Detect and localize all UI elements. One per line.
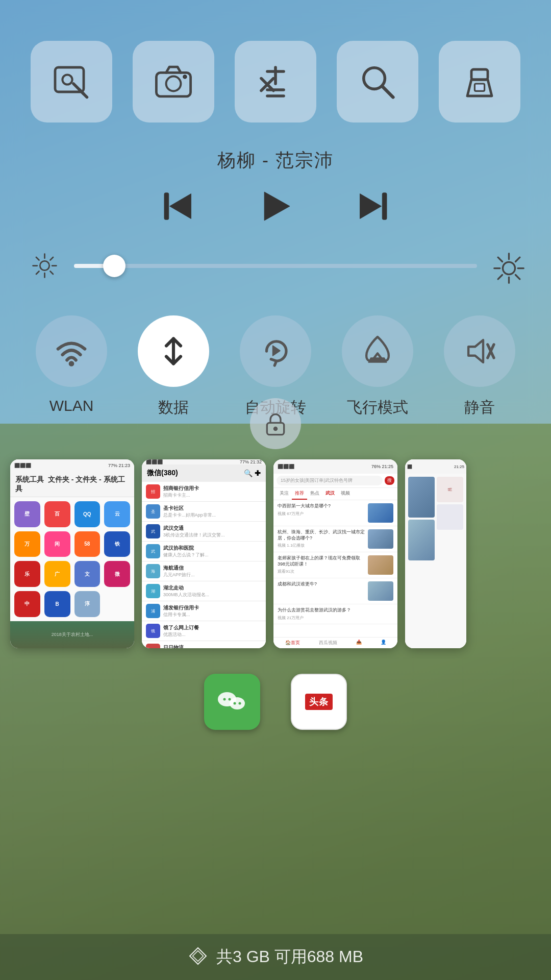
grid-icon-14: B (44, 591, 70, 617)
lock-icon (263, 411, 288, 436)
svg-point-22 (40, 261, 49, 270)
wechat-item-9: 日 日日物流 物流配送... (142, 641, 266, 648)
wechat-item-6: 湖 湖北走动 300MB人次活动报名... (142, 581, 266, 601)
screenshot-button[interactable] (31, 41, 112, 122)
system-tools-card[interactable]: ⬛⬛⬛ 77% 21:23 系统工具 文件夹 - 文件夹 - 系统工具 壁 百 … (10, 459, 134, 648)
play-button[interactable] (258, 188, 293, 226)
music-player: 杨柳 - 范宗沛 (0, 133, 551, 231)
brightness-row (0, 231, 551, 300)
memory-bar: 共3 GB 可用688 MB (0, 934, 551, 980)
wechat-item-4: 武 武汉协和医院 健康人怎么说？了解... (142, 542, 266, 561)
search-button[interactable] (337, 41, 418, 122)
mock-statusbar-3: ⬛⬛⬛ 76% 21:25 (273, 459, 397, 474)
wlan-toggle[interactable]: WLAN (36, 315, 107, 414)
grid-icon-1: 壁 (14, 501, 40, 527)
flight-circle (342, 315, 413, 387)
grid-icon-6: 闲 (44, 531, 70, 557)
partial-preview: ⬛21:25 tE (405, 459, 466, 648)
wechat-preview: ⬛⬛⬛ 77% 21:32 微信(380) 🔍 ✚ 招 招商银行信用卡 招商卡卡… (142, 459, 266, 648)
control-panel: 杨柳 - 范宗沛 (0, 0, 551, 424)
svg-point-40 (69, 361, 74, 366)
flashlight-icon (459, 61, 500, 102)
grid-icon-15: 淳 (74, 591, 101, 617)
news-mock: ⬛⬛⬛ 76% 21:25 15岁的女孩|美国订单|武汉特色号牌 搜 关注 推荐… (273, 459, 397, 648)
flight-label: 飞行模式 (347, 397, 408, 418)
svg-line-39 (498, 275, 502, 279)
app-icons-row: 头条 (0, 658, 551, 745)
svg-point-49 (223, 698, 226, 701)
data-toggle[interactable]: 数据 (138, 315, 209, 418)
wechat-icon-large[interactable] (204, 674, 260, 730)
brightness-high-icon (492, 252, 520, 280)
data-label: 数据 (158, 397, 189, 418)
wechat-item-5: 海 海航通信 几元APP旅行... (142, 561, 266, 581)
grid-icon-2: 百 (44, 501, 70, 527)
svg-rect-17 (164, 193, 169, 220)
svg-line-28 (51, 272, 54, 275)
grid-icon-13: 中 (14, 591, 40, 617)
memory-text: 共3 GB 可用688 MB (216, 946, 363, 968)
svg-rect-15 (471, 69, 488, 80)
news-card[interactable]: ⬛⬛⬛ 76% 21:25 15岁的女孩|美国订单|武汉特色号牌 搜 关注 推荐… (273, 459, 397, 648)
news-preview: ⬛⬛⬛ 76% 21:25 15岁的女孩|美国订单|武汉特色号牌 搜 关注 推荐… (273, 459, 397, 648)
svg-marker-20 (360, 194, 382, 219)
grid-icon-12: 微 (104, 561, 130, 587)
next-button[interactable] (355, 188, 390, 226)
news-searchbar: 15岁的女孩|美国订单|武汉特色号牌 搜 (273, 474, 397, 488)
svg-point-6 (183, 75, 186, 78)
svg-point-2 (62, 75, 72, 84)
toutiao-icon-large[interactable]: 头条 (291, 674, 347, 730)
svg-rect-16 (474, 84, 484, 91)
wechat-item-3: 武 武汉交通 3机传达交通法律！武汉交警... (142, 522, 266, 542)
svg-line-38 (516, 257, 520, 261)
mute-toggle[interactable]: 静音 (444, 315, 515, 418)
lock-button[interactable] (250, 398, 301, 449)
news-thumb-2 (368, 529, 393, 549)
svg-line-29 (51, 257, 54, 260)
mute-label: 静音 (464, 397, 495, 418)
svg-point-50 (229, 698, 231, 701)
news-item-3: 老师家孩子都在上的课？现在可免费领取398元试听课！ 观看91次 (273, 552, 397, 578)
brightness-thumb[interactable] (103, 255, 126, 277)
wechat-item-8: 饿 饿了么网上订餐 优惠活动... (142, 621, 266, 641)
search-icon (357, 61, 398, 102)
news-thumb-3 (368, 555, 393, 575)
task-switcher: ⬛⬛⬛ 77% 21:23 系统工具 文件夹 - 文件夹 - 系统工具 壁 百 … (0, 424, 551, 980)
wechat-card[interactable]: ⬛⬛⬛ 77% 21:32 微信(380) 🔍 ✚ 招 招商银行信用卡 招商卡卡… (142, 459, 266, 648)
wechat-mock: ⬛⬛⬛ 77% 21:32 微信(380) 🔍 ✚ 招 招商银行信用卡 招商卡卡… (142, 459, 266, 648)
svg-line-30 (36, 272, 39, 275)
memory-icon (188, 946, 208, 968)
svg-point-51 (234, 702, 236, 705)
bottom-image-1: 2018关于农村土地... (10, 621, 134, 648)
svg-line-36 (498, 257, 502, 261)
calculator-button[interactable] (235, 41, 316, 122)
mock-grid-1: 壁 百 QQ 云 万 闲 58 铁 乐 广 文 微 中 B 淳 (10, 497, 134, 621)
svg-rect-21 (382, 193, 387, 220)
grid-icon-10: 广 (44, 561, 70, 587)
wechat-item-7: 浦 浦发银行信用卡 信用卡专属... (142, 601, 266, 621)
prev-button[interactable] (161, 188, 196, 226)
mock-statusbar-1: ⬛⬛⬛ 77% 21:23 (10, 459, 134, 472)
grid-icon-7: 58 (74, 531, 101, 557)
flight-toggle[interactable]: 飞行模式 (342, 315, 413, 418)
brightness-slider[interactable] (74, 264, 477, 268)
svg-line-37 (516, 275, 520, 279)
svg-marker-42 (468, 340, 483, 362)
wlan-label: WLAN (49, 397, 94, 414)
svg-point-52 (239, 702, 241, 705)
camera-button[interactable] (133, 41, 214, 122)
wechat-item-2: 圣 圣卡社区 总是卡卡...好用App非常... (142, 502, 266, 522)
mock-header-1: 系统工具 文件夹 - 文件夹 - 系统工具 (10, 472, 134, 497)
partial-card[interactable]: ⬛21:25 tE (405, 459, 466, 648)
svg-point-46 (274, 427, 278, 431)
app-cards-row: ⬛⬛⬛ 77% 21:23 系统工具 文件夹 - 文件夹 - 系统工具 壁 百 … (0, 424, 551, 658)
grid-icon-8: 铁 (104, 531, 130, 557)
wechat-item-1: 招 招商银行信用卡 招商卡卡主... (142, 482, 266, 502)
rotate-circle (240, 315, 311, 387)
brightness-low-icon (31, 252, 59, 280)
mute-circle (444, 315, 515, 387)
flashlight-button[interactable] (439, 41, 520, 122)
news-tabs: 关注 推荐 热点 武汉 视频 (273, 488, 397, 500)
grid-icon-9: 乐 (14, 561, 40, 587)
screenshot-icon (51, 61, 92, 102)
